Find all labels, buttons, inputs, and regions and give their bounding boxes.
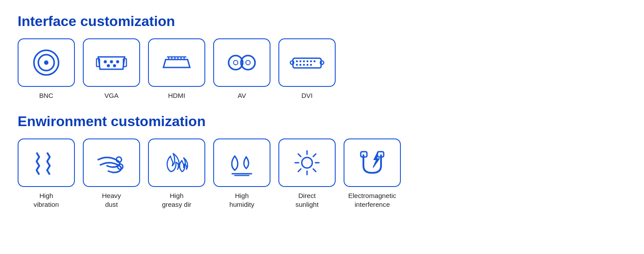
dust-icon-box bbox=[83, 138, 140, 187]
hdmi-icon-box bbox=[148, 38, 205, 87]
interface-item-vga: VGA bbox=[83, 38, 140, 100]
svg-rect-21 bbox=[293, 58, 321, 68]
environment-section: Enwironment customization Highvibration bbox=[18, 113, 626, 209]
greasy-label: Highgreasy dir bbox=[162, 191, 192, 209]
svg-line-46 bbox=[313, 154, 316, 157]
humidity-icon bbox=[224, 147, 259, 178]
sunlight-label: Directsunlight bbox=[296, 191, 318, 209]
interface-item-hdmi: HDMI bbox=[148, 38, 205, 100]
greasy-icon-box bbox=[148, 138, 205, 187]
interface-section: Interface customization BNC bbox=[18, 13, 626, 100]
interface-item-av: AV bbox=[213, 38, 270, 100]
vibration-icon bbox=[29, 147, 64, 178]
env-item-greasy: Highgreasy dir bbox=[148, 138, 205, 209]
interface-icon-row: BNC VGA bbox=[18, 38, 626, 100]
vibration-label: Highvibration bbox=[33, 191, 59, 209]
svg-point-34 bbox=[320, 61, 324, 64]
humidity-icon-box bbox=[213, 138, 270, 187]
svg-rect-24 bbox=[303, 60, 305, 62]
dust-icon bbox=[94, 147, 129, 178]
interface-title: Interface customization bbox=[18, 13, 626, 30]
svg-point-18 bbox=[233, 60, 238, 65]
dvi-icon-box bbox=[278, 38, 336, 87]
dust-label: Heavydust bbox=[102, 191, 121, 209]
svg-line-44 bbox=[298, 154, 301, 157]
av-icon-box bbox=[213, 38, 270, 87]
electromagnetic-icon-box bbox=[344, 138, 401, 187]
sunlight-icon bbox=[289, 147, 325, 178]
bnc-icon-box bbox=[18, 38, 75, 87]
svg-point-5 bbox=[116, 60, 119, 64]
svg-rect-26 bbox=[310, 60, 312, 62]
svg-rect-31 bbox=[307, 64, 308, 66]
interface-item-dvi: DVI bbox=[278, 38, 336, 100]
vibration-icon-box bbox=[18, 138, 75, 187]
greasy-icon bbox=[159, 147, 194, 178]
svg-rect-28 bbox=[296, 64, 298, 66]
env-item-vibration: Highvibration bbox=[18, 138, 75, 209]
env-item-dust: Heavydust bbox=[83, 138, 140, 209]
hdmi-icon bbox=[159, 47, 194, 78]
hdmi-label: HDMI bbox=[168, 91, 185, 100]
svg-point-39 bbox=[302, 157, 312, 168]
svg-rect-23 bbox=[300, 60, 301, 62]
svg-point-3 bbox=[104, 60, 107, 64]
svg-line-47 bbox=[298, 169, 301, 172]
svg-line-45 bbox=[313, 169, 316, 172]
vga-icon bbox=[94, 47, 129, 78]
sunlight-icon-box bbox=[278, 138, 336, 187]
vga-icon-box bbox=[83, 38, 140, 87]
svg-point-4 bbox=[110, 60, 113, 64]
dvi-icon bbox=[289, 47, 325, 78]
svg-point-7 bbox=[113, 64, 116, 67]
bnc-icon bbox=[29, 47, 64, 78]
svg-rect-29 bbox=[300, 64, 301, 66]
env-item-humidity: Highhumidity bbox=[213, 138, 270, 209]
electromagnetic-icon bbox=[355, 147, 390, 178]
svg-point-20 bbox=[246, 60, 250, 65]
svg-rect-30 bbox=[303, 64, 305, 66]
svg-rect-25 bbox=[307, 60, 308, 62]
electromagnetic-label: Electromagneticinterference bbox=[348, 191, 396, 209]
env-item-sunlight: Directsunlight bbox=[278, 138, 336, 209]
dvi-label: DVI bbox=[301, 91, 312, 100]
humidity-label: Highhumidity bbox=[229, 191, 255, 209]
environment-title: Enwironment customization bbox=[18, 113, 626, 130]
vga-label: VGA bbox=[104, 91, 118, 100]
env-item-electromagnetic: Electromagneticinterference bbox=[344, 138, 401, 209]
bnc-label: BNC bbox=[39, 91, 53, 100]
svg-point-2 bbox=[44, 60, 48, 65]
svg-point-33 bbox=[290, 61, 294, 64]
svg-point-6 bbox=[107, 64, 110, 67]
svg-rect-27 bbox=[314, 60, 315, 62]
svg-rect-22 bbox=[296, 60, 298, 62]
svg-rect-32 bbox=[310, 64, 312, 66]
interface-item-bnc: BNC bbox=[18, 38, 75, 100]
av-label: AV bbox=[237, 91, 246, 100]
environment-icon-row: Highvibration Heavydust bbox=[18, 138, 626, 209]
av-icon bbox=[224, 47, 259, 78]
